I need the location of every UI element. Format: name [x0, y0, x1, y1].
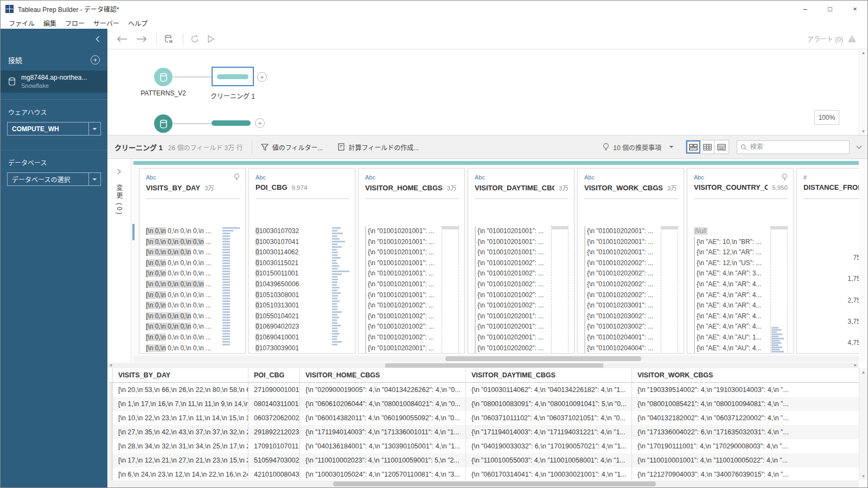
create-calculated-field-button[interactable]: 計算フィールドの作成... — [338, 143, 419, 152]
value-row[interactable]: {\n ”010010201002”: ... — [365, 332, 438, 343]
value-row[interactable]: 1,750,000 — [803, 268, 859, 290]
histogram-bar[interactable] — [332, 333, 340, 335]
histogram-bar[interactable] — [332, 314, 337, 316]
histogram-bar[interactable] — [222, 273, 230, 275]
histogram-bar[interactable] — [222, 243, 230, 245]
histogram-bar[interactable] — [332, 284, 337, 286]
histogram-bar[interactable] — [771, 351, 784, 352]
value-row[interactable]: [\n 0,\n 0,\n 0,\n 0,\n ... — [146, 332, 219, 343]
flow-node-source-2[interactable] — [154, 114, 173, 133]
grid-bottom-scrollbar[interactable] — [107, 480, 859, 487]
histogram-bar[interactable] — [332, 338, 337, 340]
histogram-bar[interactable] — [222, 330, 230, 332]
run-flow-button[interactable] — [207, 35, 215, 43]
value-row[interactable]: [\n 0,\n 0,\n 0,\n 0,\n ... — [146, 290, 219, 301]
histogram-bar[interactable] — [332, 262, 337, 264]
value-row[interactable]: {\n ”010010203002”: ... — [584, 322, 658, 332]
histogram-bar[interactable] — [222, 241, 230, 242]
minimize-button[interactable]: – — [793, 1, 818, 17]
value-row[interactable]: [\n 0,\n 0,\n 0,\n 0,\n ... — [146, 268, 219, 279]
histogram-bar[interactable] — [332, 319, 337, 321]
value-row[interactable]: {\n ”010010201001”: ... — [365, 290, 438, 301]
search-field[interactable] — [737, 140, 850, 154]
value-row[interactable]: {\n ”010010203002”: ... — [584, 311, 658, 322]
value-row[interactable]: 010030114062 — [256, 247, 329, 258]
scroll-down-icon[interactable]: ▼ — [861, 474, 866, 479]
value-row[interactable]: Null — [694, 226, 767, 237]
histogram-bar[interactable] — [222, 319, 230, 321]
scrollbar-thumb[interactable] — [385, 363, 603, 368]
value-row[interactable]: {\n ”010010202001”: ... — [475, 332, 548, 343]
histogram-bar[interactable] — [332, 295, 338, 297]
histogram-bar[interactable] — [222, 262, 230, 264]
histogram-bar[interactable] — [332, 328, 337, 329]
histogram-bar[interactable] — [222, 268, 230, 269]
histogram-bar[interactable] — [222, 338, 230, 340]
histogram-bar[interactable] — [222, 281, 230, 283]
histogram-bar[interactable] — [332, 309, 337, 310]
histogram-bar[interactable] — [332, 235, 337, 237]
histogram-bar[interactable] — [332, 281, 337, 283]
value-row[interactable]: {\n ”010010201001”: ... — [475, 226, 548, 237]
profile-card-POI_CBG[interactable]: AbcPOI_CBG9,9740100301070320100301070410… — [248, 168, 355, 354]
histogram-bar[interactable] — [222, 279, 230, 280]
grid-top-scrollbar[interactable]: ◄ ► — [107, 363, 859, 368]
histogram-bar[interactable] — [222, 314, 230, 316]
histogram-bar[interactable] — [222, 290, 230, 291]
histogram-bar[interactable] — [222, 311, 230, 313]
value-row[interactable]: {\n ”010010201001”: ... — [365, 226, 438, 237]
histogram-bar[interactable] — [222, 254, 230, 256]
changes-panel[interactable]: 変更 ( 0 ) — [107, 159, 131, 363]
histogram-bar[interactable] — [332, 233, 343, 234]
histogram-bar[interactable] — [771, 344, 778, 346]
profile-horizontal-scroll-indicator[interactable] — [133, 161, 859, 165]
value-row[interactable]: {\n ”010010201002”: ... — [365, 311, 438, 322]
histogram-bar[interactable] — [332, 243, 337, 245]
histogram-bar[interactable] — [332, 227, 341, 229]
histogram-bar[interactable] — [222, 260, 230, 261]
scrollbar-thumb[interactable] — [333, 481, 656, 486]
value-row[interactable]: 010550104021 — [256, 311, 329, 322]
value-row[interactable]: [\n 0,\n 0,\n 0,\n 0,\n ... — [146, 237, 219, 248]
histogram-bar[interactable] — [332, 306, 338, 307]
value-row[interactable]: {\n ”AE”: 12,\n ”AR”: ... — [694, 247, 767, 258]
histogram-bar[interactable] — [332, 257, 341, 259]
histogram-bar[interactable] — [222, 341, 230, 343]
histogram-bar[interactable] — [222, 292, 230, 294]
histogram-bar[interactable] — [222, 227, 240, 229]
value-row[interactable]: {\n ”010010201001”: ... — [475, 247, 548, 258]
connection-item[interactable]: mg87484.ap-northea... Snowflake — [1, 70, 107, 93]
histogram-bar[interactable] — [332, 279, 338, 280]
histogram-bar[interactable] — [332, 268, 337, 269]
value-row[interactable]: {\n ”010010202001”: ... — [475, 322, 548, 332]
profile-card-VISITOR_WORK_CBGS[interactable]: AbcVISITOR_WORK_CBGS3万{\n ”010010202001”… — [577, 168, 684, 354]
histogram-bar[interactable] — [222, 246, 230, 248]
undo-button[interactable] — [116, 35, 128, 43]
profile-card-DISTANCE_FROM[interactable]: #DISTANCE_FROM...Null750,0001,750,0002,7… — [796, 168, 859, 354]
value-row[interactable]: {\n ”010010202002”: ... — [584, 258, 658, 269]
menu-item-0[interactable]: ファイル — [5, 17, 39, 29]
histogram-bar[interactable] — [222, 271, 230, 272]
value-row[interactable]: 4,750,000 — [803, 332, 859, 354]
scroll-right-icon[interactable]: ► — [853, 363, 858, 368]
value-row[interactable]: 3,750,000 — [803, 311, 859, 332]
histogram-bar[interactable] — [771, 349, 780, 350]
warehouse-select[interactable]: COMPUTE_WH — [7, 122, 101, 136]
histogram-bar[interactable] — [332, 230, 337, 232]
histogram-bar[interactable] — [222, 284, 230, 286]
histogram-bar[interactable] — [222, 298, 230, 299]
profile-card-VISITOR_COUNTRY_OF[interactable]: AbcVISITOR_COUNTRY_OF...5,950Null{\n ”AE… — [687, 168, 794, 354]
histogram-bar[interactable] — [222, 306, 230, 307]
value-row[interactable]: {\n ”010010201002”: ... — [365, 300, 438, 311]
sidebar-collapse-button[interactable] — [1, 29, 107, 49]
histogram-bar[interactable] — [332, 276, 337, 278]
histogram-bar[interactable] — [771, 346, 782, 348]
histogram-bar[interactable] — [332, 287, 340, 288]
histogram-bar[interactable] — [332, 254, 337, 256]
histogram[interactable] — [442, 226, 459, 354]
value-row[interactable]: {\n ”010010202001”: ... — [584, 247, 658, 258]
collapse-pane-chevron-icon[interactable] — [856, 145, 862, 149]
add-connection-button[interactable]: + — [91, 55, 100, 65]
histogram-bar[interactable] — [332, 238, 340, 240]
value-row[interactable]: {\n ”AE”: 4,\n ”AR”: 4... — [694, 290, 767, 301]
